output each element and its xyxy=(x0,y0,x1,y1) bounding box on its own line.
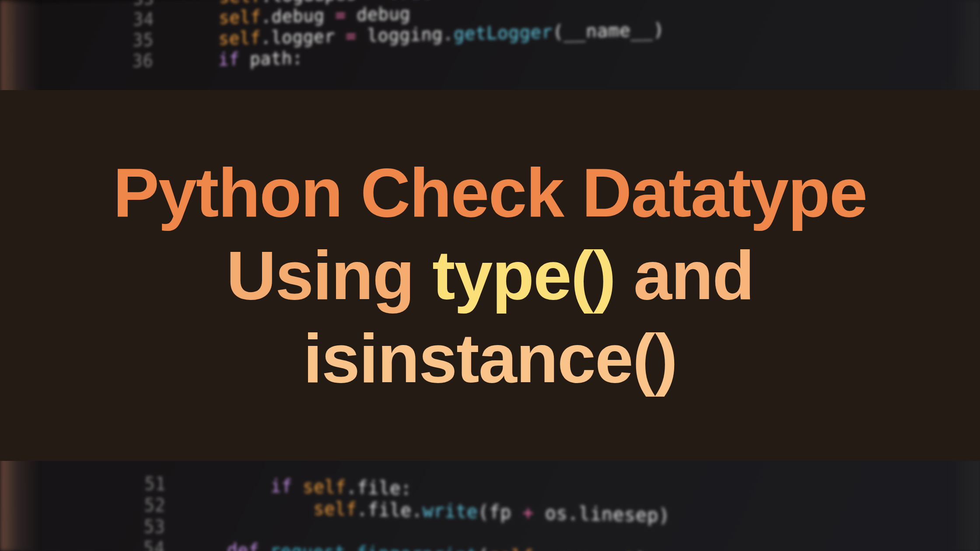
code-lines-top: self.logdupes = True self.debug = debug … xyxy=(176,0,664,71)
line-number-gutter-bottom: 51525354 xyxy=(144,473,166,551)
headline-line3: isinstance() xyxy=(303,320,677,397)
headline-line2c: and xyxy=(615,237,754,314)
headline-text: Python Check Datatype Using type() and i… xyxy=(0,151,980,400)
headline-line2a: Using xyxy=(226,237,432,314)
headline-card: Python Check Datatype Using type() and i… xyxy=(0,90,980,461)
headline-line2b: type() xyxy=(432,237,615,314)
line-number-gutter-top: 33343536 xyxy=(132,0,154,71)
headline-line1: Python Check Datatype xyxy=(113,154,867,231)
code-lines-bottom: if self.file: self.file.write(fp + os.li… xyxy=(195,474,670,551)
